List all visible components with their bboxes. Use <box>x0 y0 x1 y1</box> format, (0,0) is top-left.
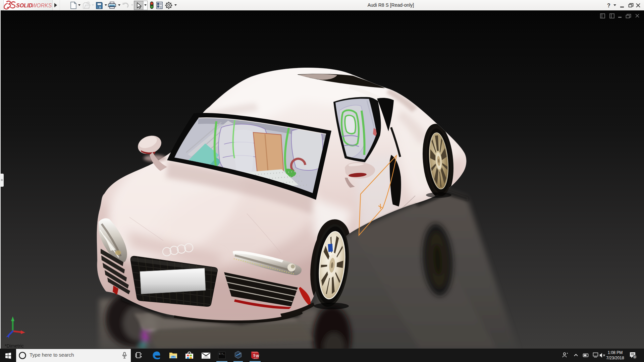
svg-text:?: ? <box>607 3 610 8</box>
svg-text:*Dimetric: *Dimetric <box>5 343 24 349</box>
svg-text:WORKS: WORKS <box>32 3 52 8</box>
svg-text:S: S <box>253 354 256 357</box>
svg-text:SOLID: SOLID <box>16 3 33 8</box>
svg-text:3: 3 <box>634 355 636 359</box>
svg-text:C:\_: C:\_ <box>219 353 225 355</box>
svg-text:2017: 2017 <box>254 357 258 359</box>
